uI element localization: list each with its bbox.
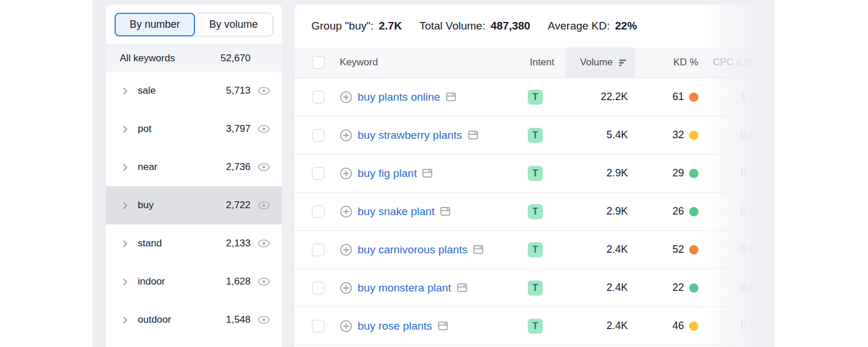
row-checkbox[interactable] (312, 243, 325, 256)
all-keywords-row[interactable]: All keywords 52,670 (106, 44, 282, 72)
keyword-link[interactable]: buy plants online (358, 91, 440, 104)
sidebar-group-sale[interactable]: sale5,713 (106, 72, 282, 110)
chevron-right-icon[interactable] (121, 239, 130, 248)
intent-header-label: Intent (529, 57, 554, 68)
volume-value: 2.4K (606, 320, 628, 332)
group-summary-bar: Group "buy": 2.7K Total Volume: 487,380 … (295, 5, 774, 47)
eye-icon[interactable] (258, 161, 270, 174)
keyword-row: buy plants onlineT22.2K611.3 (295, 78, 774, 116)
kd-column-header[interactable]: KD % (635, 47, 704, 77)
cpc-column-header[interactable]: CPC (USD (704, 47, 774, 77)
eye-icon[interactable] (258, 123, 270, 135)
sidebar-group-near[interactable]: near2,736 (106, 148, 282, 186)
keyword-link[interactable]: buy rose plants (358, 320, 432, 333)
select-all-checkbox[interactable] (312, 56, 325, 69)
kd-value: 29 (672, 167, 684, 179)
kd-value: 22 (672, 282, 684, 294)
intent-badge: T (528, 166, 543, 181)
kd-difficulty-dot (689, 131, 698, 140)
sort-descending-icon[interactable] (618, 59, 628, 67)
serp-features-icon[interactable] (473, 244, 484, 255)
chevron-right-icon[interactable] (121, 163, 130, 172)
keyword-link[interactable]: buy monstera plant (358, 282, 451, 294)
row-checkbox[interactable] (312, 129, 325, 142)
group-count: 2,736 (226, 161, 251, 173)
sidebar-group-buy[interactable]: buy2,722 (106, 186, 282, 224)
kd-value: 26 (672, 205, 684, 217)
keyword-link[interactable]: buy fig plant (358, 167, 417, 180)
row-checkbox[interactable] (312, 167, 325, 180)
cpc-header-unit: (USD (736, 57, 760, 68)
intent-badge: T (528, 204, 543, 219)
keyword-row: buy rose plantsT2.4K460.5 (295, 307, 774, 345)
intent-badge: T (528, 319, 543, 334)
kd-difficulty-dot (689, 245, 698, 254)
add-keyword-icon[interactable] (340, 205, 352, 218)
serp-features-icon[interactable] (457, 282, 468, 293)
cpc-value: 0.5 (741, 282, 755, 294)
cpc-header-label: CPC (713, 57, 734, 68)
sidebar-group-outdoor[interactable]: outdoor1,548 (106, 301, 282, 339)
chevron-right-icon[interactable] (121, 316, 130, 324)
sidebar-group-indoor[interactable]: indoor1,628 (106, 263, 282, 301)
chevron-right-icon[interactable] (121, 87, 130, 95)
total-volume-label: Total Volume: (420, 20, 486, 32)
intent-badge: T (528, 128, 543, 143)
row-checkbox[interactable] (312, 282, 325, 294)
chevron-right-icon[interactable] (121, 125, 130, 134)
toggle-by-volume[interactable]: By volume (194, 13, 273, 36)
add-keyword-icon[interactable] (340, 167, 352, 180)
add-keyword-icon[interactable] (340, 282, 352, 294)
intent-column-header[interactable]: Intent (520, 47, 565, 77)
group-count-stat: Group "buy": 2.7K (311, 20, 402, 32)
serp-features-icon[interactable] (468, 130, 479, 141)
group-count-label: Group "buy": (311, 20, 374, 32)
serp-features-icon[interactable] (422, 168, 433, 179)
serp-features-icon[interactable] (446, 91, 457, 102)
keyword-column-header[interactable]: Keyword (325, 47, 520, 77)
average-kd-label: Average KD: (547, 20, 609, 32)
keyword-link[interactable]: buy strawberry plants (358, 129, 462, 142)
group-count: 1,548 (226, 314, 251, 326)
add-keyword-icon[interactable] (340, 129, 352, 142)
eye-icon[interactable] (258, 237, 270, 250)
group-count: 5,713 (226, 85, 251, 97)
serp-features-icon[interactable] (437, 320, 448, 331)
eye-icon[interactable] (258, 313, 270, 326)
group-label: sale (138, 85, 226, 97)
cpc-value: 1.3 (741, 91, 755, 103)
serp-features-icon[interactable] (440, 206, 451, 217)
group-label: pot (138, 123, 226, 135)
keyword-link[interactable]: buy snake plant (358, 205, 435, 218)
volume-value: 22.2K (601, 91, 628, 103)
chevron-right-icon[interactable] (121, 278, 130, 286)
keyword-header-label: Keyword (340, 57, 378, 68)
add-keyword-icon[interactable] (340, 243, 352, 256)
add-keyword-icon[interactable] (340, 320, 352, 333)
sidebar-group-pot[interactable]: pot3,797 (106, 110, 282, 148)
add-keyword-icon[interactable] (340, 91, 352, 104)
volume-column-header[interactable]: Volume (565, 47, 635, 77)
eye-icon[interactable] (258, 275, 270, 288)
eye-icon[interactable] (258, 84, 270, 97)
kd-value: 61 (672, 91, 684, 103)
group-count-value: 2.7K (379, 20, 402, 32)
cpc-value: 0.6 (741, 205, 755, 217)
keyword-link[interactable]: buy carnivorous plants (358, 243, 468, 256)
kd-difficulty-dot (689, 322, 698, 331)
keyword-row: buy snake plantT2.9K260.6 (295, 193, 774, 231)
group-count: 3,797 (226, 123, 251, 135)
all-keywords-label: All keywords (120, 53, 220, 64)
row-checkbox[interactable] (312, 91, 325, 104)
eye-icon[interactable] (258, 199, 270, 212)
volume-value: 2.4K (606, 282, 628, 294)
sidebar-group-stand[interactable]: stand2,133 (106, 224, 282, 263)
chevron-right-icon[interactable] (121, 201, 130, 210)
keywords-table-panel: Group "buy": 2.7K Total Volume: 487,380 … (295, 5, 774, 347)
sort-mode-toggle: By number By volume (115, 13, 273, 36)
kd-header-label: KD % (674, 57, 698, 68)
row-checkbox[interactable] (312, 205, 325, 218)
group-label: outdoor (138, 314, 226, 326)
toggle-by-number[interactable]: By number (115, 13, 195, 36)
row-checkbox[interactable] (312, 320, 325, 333)
